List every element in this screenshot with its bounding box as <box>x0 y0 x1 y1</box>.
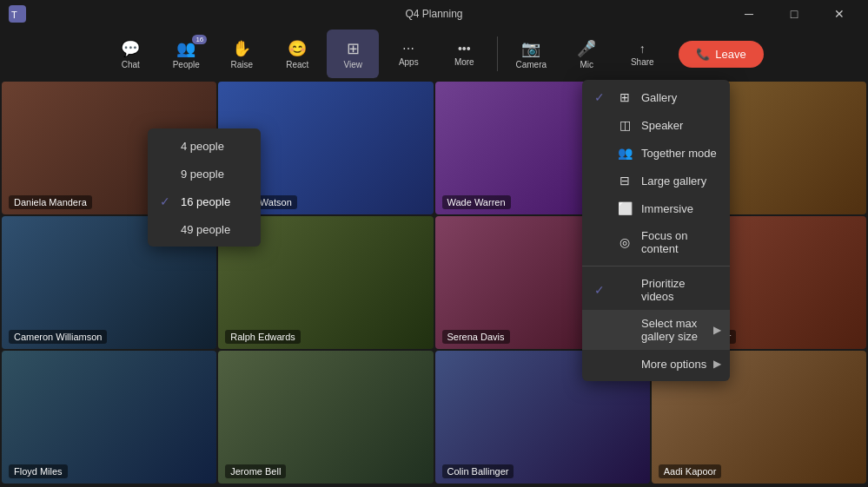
gallery-icon: ⊞ <box>617 90 633 104</box>
close-button[interactable]: ✕ <box>819 3 859 24</box>
menu-divider-1 <box>582 266 730 267</box>
svg-text:T: T <box>11 10 17 20</box>
video-grid: Daniela Mandera Kristin Watson Wade Warr… <box>0 80 868 487</box>
window-controls: ─ □ ✕ <box>729 3 859 24</box>
app-title: Q4 Planning <box>405 8 462 20</box>
people-badge: 16 <box>192 35 207 44</box>
view-icon: ⊞ <box>347 39 360 58</box>
menu-item-more-options[interactable]: ✓ More options ▶ <box>582 350 730 378</box>
title-bar-left: T <box>9 5 26 23</box>
more-label: More <box>454 57 474 67</box>
menu-item-prioritize[interactable]: ✓ Prioritize videos <box>582 270 730 310</box>
video-tile-9: Floyd Miles <box>2 351 216 484</box>
more-icon: ••• <box>458 42 471 56</box>
toolbar-camera[interactable]: 📷 Camera <box>505 30 557 78</box>
apps-label: Apps <box>399 57 419 67</box>
submenu-49people[interactable]: ✓ 49 people <box>148 215 261 243</box>
menu-item-gallery[interactable]: ✓ ⊞ Gallery <box>582 83 730 111</box>
mic-label: Mic <box>580 60 594 69</box>
minimize-button[interactable]: ─ <box>729 3 769 24</box>
submenu-4people[interactable]: ✓ 4 people <box>148 132 261 160</box>
toolbar-mic[interactable]: 🎤 Mic <box>560 30 613 78</box>
react-label: React <box>286 60 308 69</box>
camera-icon: 📷 <box>521 39 540 58</box>
chat-label: Chat <box>122 60 140 69</box>
raise-icon: ✋ <box>232 39 251 58</box>
gallery-label: Gallery <box>641 91 677 104</box>
large-gallery-label: Large gallery <box>641 174 706 188</box>
toolbar-chat[interactable]: 💬 Chat <box>104 30 156 78</box>
speaker-icon: ◫ <box>617 118 633 132</box>
submenu-9people[interactable]: ✓ 9 people <box>148 160 261 188</box>
participant-name-10: Jerome Bell <box>225 464 286 478</box>
menu-item-large-gallery[interactable]: ✓ ⊟ Large gallery <box>582 167 730 194</box>
toolbar: 💬 Chat 👥 People 16 ✋ Raise 😊 React ⊞ Vie… <box>0 28 868 80</box>
large-gallery-icon: ⊟ <box>617 174 633 188</box>
share-icon: ↑ <box>639 42 646 56</box>
toolbar-raise[interactable]: ✋ Raise <box>215 30 268 78</box>
label-4people: 4 people <box>181 140 224 153</box>
toolbar-people[interactable]: 👥 People 16 <box>160 30 212 78</box>
immersive-icon: ⬜ <box>617 201 633 215</box>
check-16people: ✓ <box>160 194 174 208</box>
focus-label: Focus on content <box>641 229 718 255</box>
gallery-size-submenu: ✓ 4 people ✓ 9 people ✓ 16 people ✓ 49 p… <box>148 128 261 247</box>
more-options-arrow: ▶ <box>713 358 721 370</box>
label-9people: 9 people <box>181 168 224 181</box>
max-gallery-arrow: ▶ <box>713 324 721 336</box>
participant-name-6: Ralph Edwards <box>225 330 301 344</box>
label-49people: 49 people <box>181 223 230 236</box>
apps-icon: ⋯ <box>402 42 414 56</box>
together-icon: 👥 <box>617 146 633 160</box>
share-label: Share <box>631 57 654 67</box>
people-label: People <box>173 60 200 69</box>
toolbar-apps[interactable]: ⋯ Apps <box>382 30 434 78</box>
view-label: View <box>344 60 363 69</box>
prioritize-label: Prioritize videos <box>641 277 718 303</box>
raise-label: Raise <box>230 60 253 69</box>
more-options-label: More options <box>641 358 706 371</box>
speaker-label: Speaker <box>641 119 683 132</box>
menu-item-max-gallery[interactable]: ✓ Select max gallery size ▶ <box>582 310 730 350</box>
menu-item-focus[interactable]: ✓ ◎ Focus on content <box>582 222 730 262</box>
participant-name-12: Aadi Kapoor <box>659 464 722 478</box>
label-16people: 16 people <box>181 195 230 208</box>
toolbar-view[interactable]: ⊞ View <box>327 30 379 78</box>
teams-logo: T <box>9 5 26 23</box>
chat-icon: 💬 <box>121 39 140 58</box>
together-label: Together mode <box>641 147 717 160</box>
mic-icon: 🎤 <box>577 39 596 58</box>
participant-name-11: Colin Ballinger <box>442 464 514 478</box>
end-call-label: Leave <box>715 48 745 61</box>
view-dropdown-menu: ✓ ⊞ Gallery ✓ ◫ Speaker ✓ 👥 Together mod… <box>582 80 730 381</box>
submenu-16people[interactable]: ✓ 16 people <box>148 188 261 215</box>
toolbar-react[interactable]: 😊 React <box>271 30 323 78</box>
menu-item-immersive[interactable]: ✓ ⬜ Immersive <box>582 194 730 222</box>
participant-name-9: Floyd Miles <box>9 464 68 478</box>
check-icon-gallery: ✓ <box>594 90 608 104</box>
menu-item-speaker[interactable]: ✓ ◫ Speaker <box>582 111 730 139</box>
maximize-button[interactable]: □ <box>774 3 814 24</box>
camera-label: Camera <box>515 60 547 69</box>
phone-icon: 📞 <box>696 48 710 61</box>
video-tile-10: Jerome Bell <box>218 351 433 484</box>
focus-icon: ◎ <box>617 235 633 249</box>
toolbar-more[interactable]: ••• More <box>438 30 490 78</box>
toolbar-share[interactable]: ↑ Share <box>616 30 668 78</box>
check-icon-prioritize: ✓ <box>594 283 608 297</box>
react-icon: 😊 <box>288 39 307 58</box>
title-bar: T Q4 Planning ─ □ ✕ <box>0 0 868 28</box>
participant-name-5: Cameron Williamson <box>9 330 107 344</box>
divider <box>497 36 498 71</box>
participant-name-1: Daniela Mandera <box>9 195 92 209</box>
immersive-label: Immersive <box>641 202 693 215</box>
participant-name-3: Wade Warren <box>442 195 511 209</box>
participant-name-7: Serena Davis <box>442 330 510 344</box>
menu-item-together[interactable]: ✓ 👥 Together mode <box>582 139 730 167</box>
end-call-button[interactable]: 📞 Leave <box>679 41 763 68</box>
max-gallery-label: Select max gallery size <box>641 317 718 343</box>
